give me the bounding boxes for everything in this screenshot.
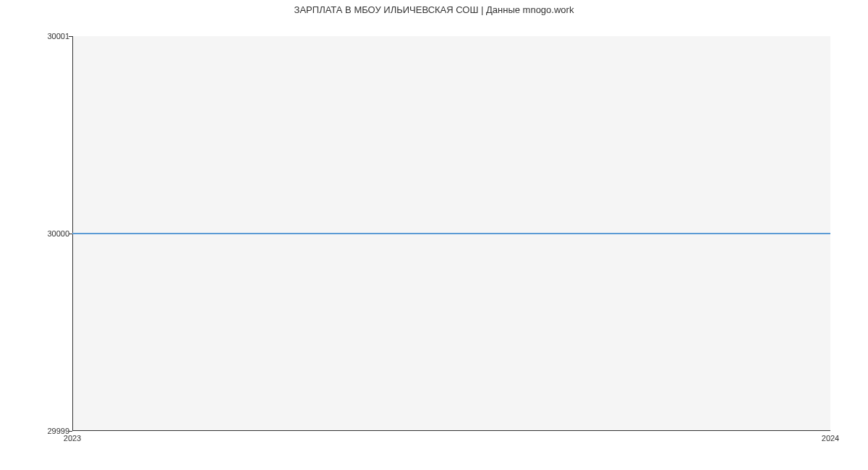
chart-title: ЗАРПЛАТА В МБОУ ИЛЬИЧЕВСКАЯ СОШ | Данные… bbox=[0, 4, 868, 15]
x-tick-label: 2023 bbox=[64, 434, 81, 443]
data-line bbox=[72, 233, 830, 234]
y-tick-mark bbox=[69, 431, 72, 432]
y-tick-label: 30001 bbox=[47, 32, 69, 40]
x-tick-label: 2024 bbox=[822, 434, 839, 443]
y-tick-label: 30000 bbox=[47, 229, 69, 238]
y-tick-mark bbox=[69, 36, 72, 37]
